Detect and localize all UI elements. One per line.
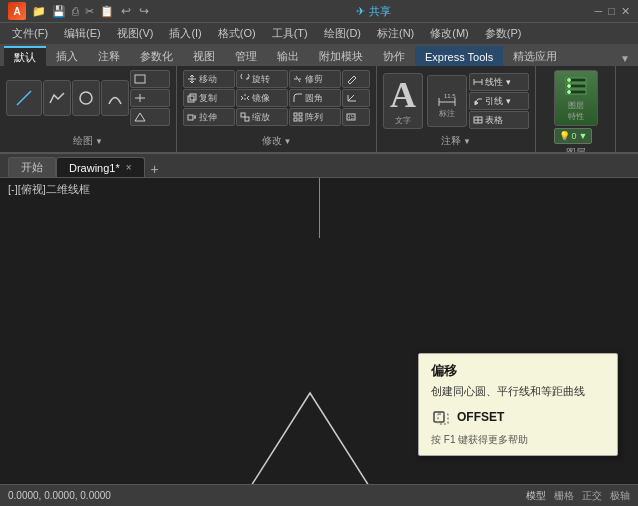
- stretch-tool[interactable]: 拉伸: [183, 108, 235, 126]
- linetype-tool[interactable]: 线性 ▾: [469, 73, 529, 91]
- toolbar-icon-5[interactable]: 📋: [98, 5, 116, 18]
- menu-item-dimension[interactable]: 标注(N): [369, 24, 422, 43]
- gradient-tool[interactable]: [130, 108, 170, 126]
- rotate-label: 旋转: [252, 73, 270, 86]
- tab-collaborate[interactable]: 协作: [373, 46, 415, 66]
- svg-marker-29: [475, 101, 478, 105]
- table-tool[interactable]: 表格: [469, 111, 529, 129]
- tab-addons[interactable]: 附加模块: [309, 46, 373, 66]
- svg-point-38: [567, 91, 570, 94]
- share-label: 共享: [369, 4, 391, 19]
- scale-label: 缩放: [252, 111, 270, 124]
- dimension-tool[interactable]: 11.5 标注: [427, 75, 467, 127]
- hatch-tool[interactable]: [130, 89, 170, 107]
- svg-rect-17: [299, 113, 302, 116]
- current-layer: 0: [572, 131, 577, 141]
- drawing-tab-close[interactable]: ×: [126, 162, 132, 173]
- move-tool[interactable]: 移动: [183, 70, 235, 88]
- dimension-tools: 11.5 标注 线性 ▾ 引线 ▾: [427, 73, 529, 129]
- menu-item-insert[interactable]: 插入(I): [161, 24, 209, 43]
- title-bar: A 📁 💾 ⎙ ✂ 📋 ↩ ↪ ✈ 共享 ─ □ ✕: [0, 0, 638, 22]
- layer-selector[interactable]: 💡 0 ▼: [554, 128, 593, 144]
- text-tool-button[interactable]: A 文字: [383, 73, 423, 129]
- ribbon-collapse-icon[interactable]: ▼: [616, 51, 634, 66]
- arc-tool-button[interactable]: [101, 80, 129, 116]
- ribbon-group-modify: 移动 旋转 修剪 复制: [177, 66, 377, 152]
- svg-rect-16: [294, 113, 297, 116]
- rectangle-tool[interactable]: [130, 70, 170, 88]
- minimize-button[interactable]: ─: [595, 5, 603, 18]
- leader-tool[interactable]: 引线 ▾: [469, 92, 529, 110]
- tab-manage[interactable]: 管理: [225, 46, 267, 66]
- polar-toggle[interactable]: 极轴: [610, 489, 630, 503]
- menu-item-modify[interactable]: 修改(M): [422, 24, 477, 43]
- menu-item-tools[interactable]: 工具(T): [264, 24, 316, 43]
- modify-group-label[interactable]: 修改 ▼: [262, 134, 292, 148]
- modify-row-3: 拉伸 缩放 阵列: [183, 108, 370, 126]
- fillet-tool[interactable]: 圆角: [289, 89, 341, 107]
- trim-label: 修剪: [305, 73, 323, 86]
- menu-item-edit[interactable]: 编辑(E): [56, 24, 109, 43]
- erase-tool[interactable]: [342, 70, 370, 88]
- status-bar: 0.0000, 0.0000, 0.0000 模型 栅格 正交 极轴: [0, 484, 638, 506]
- menu-item-params[interactable]: 参数(P): [477, 24, 530, 43]
- undo-button[interactable]: ↩: [118, 4, 134, 18]
- menu-item-draw[interactable]: 绘图(D): [316, 24, 369, 43]
- redo-button[interactable]: ↪: [136, 4, 152, 18]
- ortho-toggle[interactable]: 正交: [582, 489, 602, 503]
- menu-item-view[interactable]: 视图(V): [109, 24, 162, 43]
- snap-toggle[interactable]: 栅格: [554, 489, 574, 503]
- share-button[interactable]: ✈ 共享: [356, 4, 391, 19]
- trim-tool[interactable]: 修剪: [289, 70, 341, 88]
- chamfer-tool[interactable]: [342, 89, 370, 107]
- circle-tool-button[interactable]: [72, 80, 100, 116]
- tab-view[interactable]: 视图: [183, 46, 225, 66]
- scale-tool[interactable]: 缩放: [236, 108, 288, 126]
- toolbar-icon-3[interactable]: ⎙: [70, 5, 81, 17]
- draw-group-label[interactable]: 绘图 ▼: [73, 134, 103, 148]
- toolbar-icon-2[interactable]: 💾: [50, 5, 68, 18]
- menu-item-format[interactable]: 格式(O): [210, 24, 264, 43]
- offset-tool[interactable]: [342, 108, 370, 126]
- tab-drawing1[interactable]: Drawing1* ×: [56, 157, 145, 177]
- close-button[interactable]: ✕: [621, 5, 630, 18]
- layer-properties-button[interactable]: 图层特性: [554, 70, 598, 126]
- copy-tool[interactable]: 复制: [183, 89, 235, 107]
- modify-row-1: 移动 旋转 修剪: [183, 70, 370, 88]
- polyline-tool-button[interactable]: [43, 80, 71, 116]
- mirror-tool[interactable]: 镜像: [236, 89, 288, 107]
- svg-point-37: [567, 85, 570, 88]
- menu-item-file[interactable]: 文件(F): [4, 24, 56, 43]
- draw-group-arrow: ▼: [95, 137, 103, 146]
- layer-label: 图层特性: [568, 100, 584, 122]
- status-coords: 0.0000, 0.0000, 0.0000: [8, 490, 111, 501]
- toolbar-icon-1[interactable]: 📁: [30, 5, 48, 18]
- tab-express-tools[interactable]: Express Tools: [415, 46, 503, 66]
- tab-start[interactable]: 开始: [8, 157, 56, 177]
- copy-label: 复制: [199, 92, 217, 105]
- line-tool-button[interactable]: [6, 80, 42, 116]
- tab-featured[interactable]: 精选应用: [503, 46, 567, 66]
- menu-bar: 文件(F) 编辑(E) 视图(V) 插入(I) 格式(O) 工具(T) 绘图(D…: [0, 22, 638, 44]
- drawing-tab-label: Drawing1*: [69, 162, 120, 174]
- drawing-area: [-][俯视]二维线框 偏移 创建同心圆、平行线和等距曲线 OFFSET 按 F…: [0, 178, 638, 484]
- tab-output[interactable]: 输出: [267, 46, 309, 66]
- svg-rect-21: [349, 116, 353, 119]
- svg-rect-8: [188, 96, 194, 102]
- maximize-button[interactable]: □: [608, 5, 615, 18]
- annotation-group-arrow: ▼: [463, 137, 471, 146]
- tab-insert[interactable]: 插入: [46, 46, 88, 66]
- tab-parametric[interactable]: 参数化: [130, 46, 183, 66]
- rotate-tool[interactable]: 旋转: [236, 70, 288, 88]
- tooltip-command-row: OFFSET: [431, 407, 605, 427]
- annotation-group-label[interactable]: 注释 ▼: [441, 134, 471, 148]
- toolbar-icon-4[interactable]: ✂: [83, 5, 96, 18]
- new-tab-button[interactable]: +: [145, 161, 165, 177]
- tab-annotation[interactable]: 注释: [88, 46, 130, 66]
- svg-point-36: [567, 79, 570, 82]
- modify-label-text: 修改: [262, 134, 282, 148]
- array-tool[interactable]: 阵列: [289, 108, 341, 126]
- svg-line-0: [17, 91, 31, 105]
- model-button[interactable]: 模型: [526, 489, 546, 503]
- tab-default[interactable]: 默认: [4, 46, 46, 66]
